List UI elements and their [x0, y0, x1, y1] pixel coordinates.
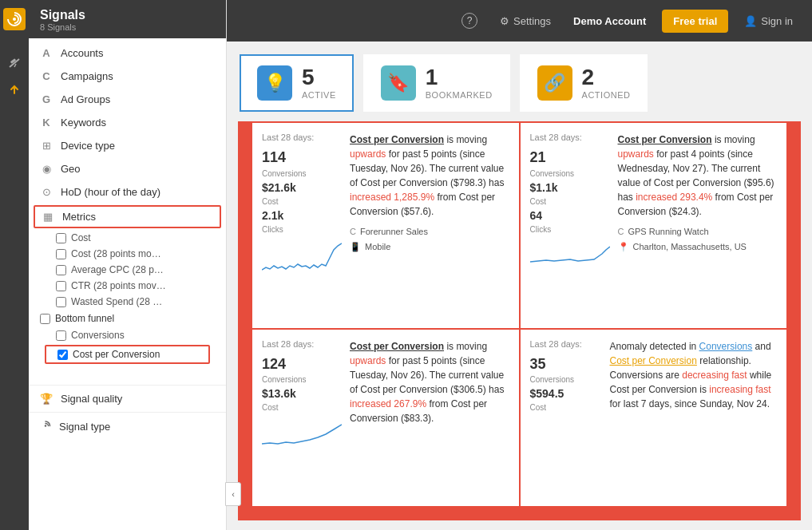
geo-icon: ◉	[40, 163, 53, 175]
icon-bar-telescope[interactable]	[3, 51, 26, 73]
sign-in-button[interactable]: 👤 Sign in	[738, 12, 799, 30]
checkbox-cost[interactable]: Cost	[40, 230, 215, 246]
sidebar-item-signal-quality[interactable]: 🏆 Signal quality	[29, 386, 226, 412]
sidebar-collapse-button[interactable]: ‹	[225, 482, 241, 506]
checkbox-cost-per-conversion[interactable]: Cost per Conversion	[45, 345, 210, 364]
sidebar-item-geo[interactable]: ◉ Geo	[29, 157, 226, 180]
checkbox-ctr[interactable]: CTR (28 points mov…	[40, 278, 215, 294]
card-1-left: Last 28 days: 114 Conversions $21.6k Cos…	[262, 132, 342, 318]
checkbox-avg-cpc[interactable]: Average CPC (28 p…	[40, 262, 215, 278]
card-1-period: Last 28 days:	[262, 132, 342, 142]
app-logo[interactable]	[3, 8, 26, 30]
signal-card-2: Last 28 days: 21 Conversions $1.1k Cost …	[521, 123, 787, 328]
sidebar-item-campaigns[interactable]: C Campaigns	[29, 65, 226, 88]
top-header: ? ⚙ Settings Demo Account Free trial 👤 S…	[227, 0, 812, 42]
checkbox-conversions[interactable]: Conversions	[40, 327, 215, 343]
device-type-icon: ⊞	[40, 140, 53, 152]
bottom-funnel-checkbox[interactable]	[40, 314, 50, 324]
signal-type-icon	[40, 420, 51, 433]
checkbox-avg-cpc-input[interactable]	[56, 265, 66, 275]
card-1-campaign-name: Forerunner Sales	[360, 225, 428, 239]
svg-line-3	[14, 64, 16, 67]
card-1-metric2-label: Cost	[262, 197, 342, 206]
card-3-metric2-value: $13.6k	[262, 387, 342, 400]
card-2-metric1-value: 21	[530, 150, 610, 166]
card-2-geo-name: Charlton, Massachusetts, US	[633, 240, 747, 254]
tab-active[interactable]: 💡 5 Active	[240, 54, 354, 112]
card-4-metric2-label: Cost	[530, 403, 602, 412]
checkbox-conversions-input[interactable]	[56, 330, 66, 341]
help-button[interactable]: ?	[455, 10, 484, 32]
sidebar-item-metrics-label: Metrics	[62, 211, 96, 223]
sidebar-item-metrics[interactable]: ▦ Metrics	[34, 205, 221, 228]
sidebar-item-device-type-label: Device type	[61, 140, 115, 152]
card-4-metric1-label: Conversions	[530, 375, 602, 384]
sidebar-item-keywords[interactable]: K Keywords	[29, 111, 226, 134]
card-2-period: Last 28 days:	[530, 132, 610, 142]
checkbox-ctr-label: CTR (28 points mov…	[71, 280, 166, 291]
card-1-device-icon: 📱	[350, 240, 361, 254]
campaigns-icon: C	[40, 70, 53, 82]
card-1-sparkline	[262, 242, 342, 274]
main-content: ? ⚙ Settings Demo Account Free trial 👤 S…	[227, 0, 812, 530]
sidebar-item-ad-groups[interactable]: G Ad Groups	[29, 88, 226, 111]
tab-bookmarked[interactable]: 🔖 1 Bookmarked	[363, 54, 510, 112]
free-trial-button[interactable]: Free trial	[662, 10, 728, 33]
collapse-icon: ‹	[232, 489, 235, 499]
demo-account-button[interactable]: Demo Account	[567, 12, 652, 30]
tab-actioned[interactable]: 🔗 2 Actioned	[520, 54, 648, 112]
card-4-anomaly: Anomaly detected in Conversions and Cost…	[610, 339, 778, 411]
sidebar-title: Signals	[40, 8, 215, 22]
card-2-direction: upwards	[618, 148, 654, 160]
active-tab-icon: 💡	[257, 65, 292, 101]
card-4-metric2-value: $594.5	[530, 387, 602, 400]
sign-in-label: Sign in	[761, 15, 793, 27]
active-label: Active	[302, 90, 336, 100]
card-4-conversions-link[interactable]: Conversions	[699, 341, 753, 352]
signal-card-1: Last 28 days: 114 Conversions $21.6k Cos…	[252, 123, 519, 328]
sidebar-item-signal-type[interactable]: Signal type	[29, 412, 226, 441]
card-2-metric3-label: Clicks	[530, 225, 610, 234]
bottom-funnel-items: Conversions Cost per Conversion	[29, 327, 226, 364]
card-2-metric-link[interactable]: Cost per Conversion	[618, 134, 712, 145]
settings-button[interactable]: ⚙ Settings	[493, 12, 557, 30]
checkbox-cost-input[interactable]	[56, 233, 66, 243]
keywords-icon: K	[40, 117, 53, 129]
icon-bar-arrow[interactable]	[3, 78, 26, 101]
card-3-metric-link[interactable]: Cost per Conversion	[350, 341, 444, 352]
sidebar-item-accounts[interactable]: A Accounts	[29, 42, 226, 65]
metrics-icon: ▦	[42, 211, 54, 223]
card-3-direction: upwards	[350, 355, 386, 366]
actioned-label: Actioned	[582, 90, 631, 100]
bottom-funnel-label: Bottom funnel	[55, 313, 114, 324]
card-2-increase: increased 293.4%	[636, 192, 712, 203]
card-2-metric1-label: Conversions	[530, 169, 610, 178]
card-1-metric-link[interactable]: Cost per Conversion	[350, 134, 444, 145]
sidebar-item-hod[interactable]: ⊙ HoD (hour of the day)	[29, 180, 226, 204]
bottom-funnel-section[interactable]: Bottom funnel	[29, 310, 226, 327]
bookmarked-label: Bookmarked	[426, 90, 493, 100]
card-2-right: Cost per Conversion is moving upwards fo…	[618, 132, 778, 318]
actioned-tab-icon: 🔗	[537, 65, 572, 101]
checkbox-ctr-input[interactable]	[56, 281, 66, 291]
checkbox-cost-28[interactable]: Cost (28 points mo…	[40, 246, 215, 262]
card-1-tag2: 📱 Mobile	[350, 240, 509, 254]
svg-point-4	[45, 425, 46, 426]
card-4-cpc-link[interactable]: Cost per Conversion	[610, 355, 697, 366]
checkbox-wasted-spend[interactable]: Wasted Spend (28 …	[40, 294, 215, 310]
sidebar: Signals 8 Signals A Accounts C Campaigns…	[29, 0, 227, 530]
card-2-description: Cost per Conversion is moving upwards fo…	[618, 132, 778, 219]
signal-quality-label: Signal quality	[61, 393, 122, 405]
card-1-tag1: C Forerunner Sales	[350, 225, 509, 239]
sidebar-item-hod-label: HoD (hour of the day)	[61, 186, 160, 198]
sidebar-item-ad-groups-label: Ad Groups	[61, 93, 110, 105]
checkbox-wasted-spend-input[interactable]	[56, 297, 66, 307]
card-1-increase: increased 1,285.9%	[350, 192, 434, 203]
sidebar-item-device-type[interactable]: ⊞ Device type	[29, 134, 226, 157]
card-3-metric2-label: Cost	[262, 403, 342, 412]
card-2-metric2-value: $1.1k	[530, 181, 610, 194]
checkbox-cost-28-input[interactable]	[56, 249, 66, 259]
card-3-increase: increased 267.9%	[350, 398, 426, 409]
actioned-tab-info: 2 Actioned	[582, 66, 631, 100]
checkbox-cost-per-conversion-input[interactable]	[57, 350, 68, 360]
